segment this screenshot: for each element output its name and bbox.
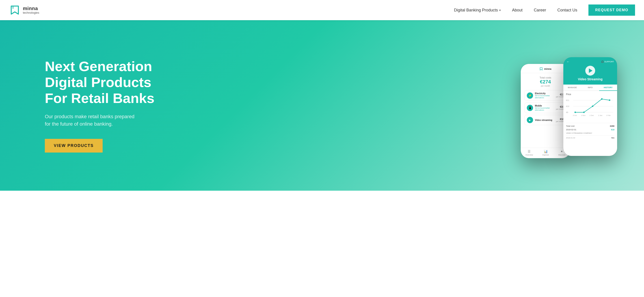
phones-illustration: minna Total costs €274 per month ⚡ Elect… [521,57,617,158]
view-products-button[interactable]: VIEW PRODUCTS [45,139,103,153]
phone1-total-label: Total costs [524,76,566,79]
tab-history[interactable]: HISTORY [599,85,617,91]
electricity-icon: ⚡ [527,92,533,99]
hero-section: Next Generation Digital Products For Ret… [0,20,644,191]
phone1-item-video: ▶ Video streaming €10 per month [524,115,566,125]
support-badge: 🎧 SUPPORT [601,61,614,63]
svg-point-12 [574,112,576,113]
phone1-item-video-price: €10 per month [556,118,564,123]
play-button[interactable] [585,66,595,76]
phone1-logo-icon [539,67,543,71]
logo-text: minna technologies [23,6,39,14]
svg-point-15 [601,98,602,100]
video-icon: ▶ [527,117,533,123]
svg-point-14 [592,105,593,107]
mobile-icon: 📱 [527,105,533,111]
phone1-item-video-info: Video streaming [535,119,554,121]
total-cost-row: Total cost €290 [566,125,614,127]
phone1-item-electricity-name: Electricity [535,92,554,95]
phone1-item-video-name: Video streaming [535,119,554,121]
phone1-logo-text: minna [544,68,551,70]
phone1-per-month: per month [524,85,566,87]
svg-text:2 Jan: 2 Jan [598,114,602,116]
phone1-item-mobile-info: Mobile We've found better alternatives [535,105,554,111]
phone1-total-amount: €274 [524,79,566,85]
price-label: Price [566,93,614,96]
phone2-header: ← 🎧 SUPPORT Video Streaming [563,57,617,85]
history-row-1: 2018-02-01 €10 [566,129,614,131]
history-amount-2: €11 [612,137,614,139]
svg-text:€9: €9 [566,111,568,114]
phone1-logo: minna [539,67,551,71]
chevron-down-icon: ▾ [499,9,501,12]
history-date-2: 2018-01-02 [566,137,575,139]
phone1-item-electricity-info: Electricity We've found better alternati… [535,92,554,99]
back-icon[interactable]: ← [566,60,570,64]
phone1-content: Total costs €274 per month ⚡ Electricity… [521,73,570,148]
hero-title: Next Generation Digital Products For Ret… [45,58,154,106]
site-header: minna technologies Digital Banking Produ… [0,0,644,20]
svg-text:€10: €10 [566,105,570,107]
logo[interactable]: minna technologies [9,4,39,16]
phone2-tabs: MANAGE INFO HISTORY [563,85,617,91]
hero-content: Next Generation Digital Products For Ret… [45,58,154,153]
overview-icon: ☰ [528,150,530,153]
nav-career[interactable]: Career [534,8,546,13]
phone1-item-mobile: 📱 Mobile We've found better alternatives… [524,103,566,113]
phone-right: ← 🎧 SUPPORT Video Streaming MANAGE INFO [563,57,617,156]
phone1-nav-improve[interactable]: 📊 Improve [542,150,549,156]
nav-career-label: Career [534,8,546,13]
nav-digital-banking[interactable]: Digital Banking Products ▾ [454,8,501,13]
phone1-header: minna [521,64,570,73]
svg-text:1 Dec: 1 Dec [590,114,594,116]
svg-text:1 Nov: 1 Nov [581,114,586,116]
history-date-1: 2018-02-01 [566,129,576,131]
hero-subtitle: Our products make retail banks prepared … [45,113,139,128]
phone2-content: Price €11 €10 €9 3 Oct 1 Nov [563,91,617,156]
improve-icon: 📊 [544,150,548,153]
history-row-2: 2018-01-02 €11 [566,136,614,139]
phone1-item-mobile-alt: We've found better alternatives [535,107,554,111]
phone1-nav-overview[interactable]: ☰ Overview [526,150,533,156]
total-cost-label: Total cost [566,125,574,127]
price-chart: €11 €10 €9 3 Oct 1 Nov 1 Dec 2 Jan 1 Feb [566,97,614,118]
logo-sub: technologies [23,11,39,14]
svg-text:1 Feb: 1 Feb [606,114,610,116]
phone1-item-electricity-price: €17 per month [556,93,564,98]
phone-left: minna Total costs €274 per month ⚡ Elect… [521,64,570,158]
nav-about[interactable]: About [512,8,522,13]
history-amount-1: €10 [611,129,614,131]
chart-divider [566,123,614,123]
phone1-bottom-nav: ☰ Overview 📊 Improve ✦ Discover [521,148,570,158]
support-icon: 🎧 [601,61,604,63]
tab-info[interactable]: INFO [581,85,599,90]
phone1-item-mobile-price: €31 per month [556,105,564,110]
play-triangle-icon [589,68,592,73]
phone1-item-electricity: ⚡ Electricity We've found better alterna… [524,90,566,101]
svg-text:3 Oct: 3 Oct [573,114,577,116]
nav-digital-banking-label: Digital Banking Products [454,8,498,13]
phone2-top-bar: ← 🎧 SUPPORT [566,60,614,64]
main-nav: Digital Banking Products ▾ About Career … [454,5,635,16]
phone1-item-electricity-alt: We've found better alternatives [535,95,554,99]
nav-contact-label: Contact Us [557,8,577,13]
phone-left-screen: minna Total costs €274 per month ⚡ Elect… [521,64,570,158]
phone-right-screen: ← 🎧 SUPPORT Video Streaming MANAGE INFO [563,57,617,156]
svg-point-13 [583,112,584,113]
logo-icon [9,4,20,16]
discover-icon: ✦ [560,150,563,153]
logo-brand: minna [23,6,39,11]
request-demo-button[interactable]: REQUEST DEMO [588,5,635,16]
svg-text:€11: €11 [566,99,570,101]
phone2-title: Video Streaming [578,77,602,81]
tab-manage[interactable]: MANAGE [563,85,581,90]
company-label: VIDEO STREAMING COMPANY [566,132,614,134]
phone1-item-mobile-name: Mobile [535,105,554,107]
svg-point-16 [609,99,610,101]
nav-about-label: About [512,8,522,13]
nav-contact[interactable]: Contact Us [557,8,577,13]
total-cost-value: €290 [610,125,614,127]
